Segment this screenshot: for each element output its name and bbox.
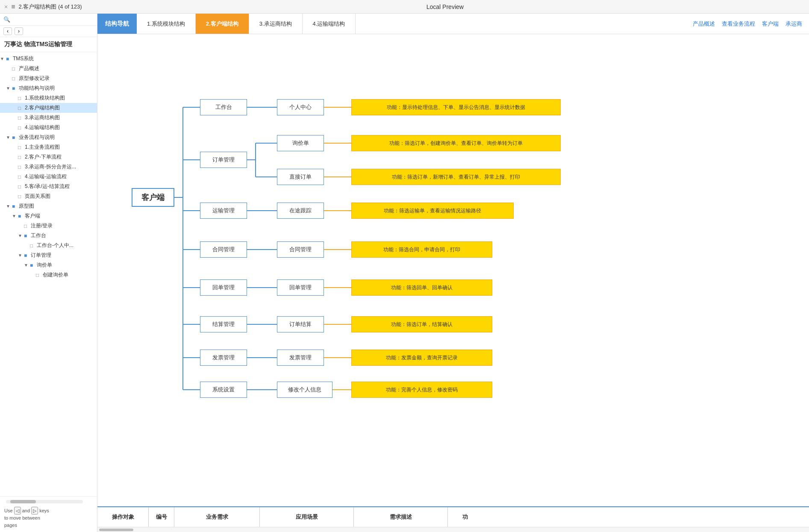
sidebar-item-struct1[interactable]: □ 1.系统模块结构图: [0, 93, 97, 103]
top-bar: × ≡ 2.客户端结构图 (4 of 123) Local Preview: [0, 0, 809, 14]
struct-nav-link-link1[interactable]: 产品概述: [693, 20, 715, 28]
bt-col-功: 功: [448, 507, 482, 527]
struct-nav: 结构导航 1.系统模块结构2.客户端结构3.承运商结构4.运输端结构 产品概述查…: [97, 14, 809, 34]
diagram-box: 修改个人信息: [277, 382, 332, 398]
content-area: 结构导航 1.系统模块结构2.客户端结构3.承运商结构4.运输端结构 产品概述查…: [97, 14, 809, 532]
sidebar-item-register[interactable]: □ 注册/登录: [0, 221, 97, 231]
diagram-box: 询价单: [277, 135, 324, 151]
key-nav-hint: Use ◁ and ▷ keys to move between pages: [4, 507, 49, 529]
struct-tab-tab1[interactable]: 1.系统模块结构: [137, 14, 196, 34]
diagram-lines: [106, 43, 578, 415]
sidebar-item-prototype[interactable]: ▼ ■ 原型图: [0, 201, 97, 211]
app-icon: ≡: [11, 3, 15, 11]
sidebar-item-client[interactable]: ▼ ■ 客户端: [0, 211, 97, 221]
struct-nav-link-link4[interactable]: 承运商: [785, 20, 802, 28]
bt-col-需求描述: 需求描述: [354, 507, 448, 527]
diagram-box: 功能：筛选订单，结算确认: [351, 316, 492, 332]
sidebar-item-workbench1[interactable]: □ 工作台-个人中...: [0, 241, 97, 250]
sidebar-item-prototype-log[interactable]: □ 原型修改记录: [0, 73, 97, 83]
sidebar-item-ordermgr[interactable]: ▼ ■ 订单管理: [0, 250, 97, 260]
diagram-box: 发票管理: [277, 350, 324, 366]
diagram-box: 功能：筛选订单，创建询价单、查看订单、询价单转为订单: [351, 135, 561, 151]
diagram-box: 发票管理: [200, 350, 247, 366]
diagram-box: 合同管理: [200, 241, 247, 258]
search-icon: 🔍: [3, 16, 10, 23]
diagram-box: 回单管理: [200, 279, 247, 296]
sidebar-item-flow6[interactable]: □ 页面关系图: [0, 191, 97, 201]
diagram-box: 结算管理: [200, 316, 247, 332]
prev-key-badge: ◁: [14, 507, 21, 515]
nav-next-button[interactable]: ›: [15, 27, 23, 35]
sidebar-item-flow5[interactable]: □ 5.客/承/运-结算流程: [0, 182, 97, 191]
diagram-container: 客户端工作台订单管理运输管理合同管理回单管理结算管理发票管理系统设置个人中心询价…: [106, 43, 578, 415]
window-title: Local Preview: [85, 3, 805, 10]
next-key-badge: ▷: [31, 507, 38, 515]
sidebar-item-flow1[interactable]: □ 1.主业务流程图: [0, 142, 97, 152]
page-title: 2.客户端结构图 (4 of 123): [19, 3, 82, 11]
sidebar-item-struct3[interactable]: □ 3.承运商结构图: [0, 113, 97, 123]
diagram-box: 在途跟踪: [277, 203, 324, 219]
sidebar-item-flow4[interactable]: □ 4.运输端-运输流程: [0, 172, 97, 182]
diagram-box: 直接订单: [277, 169, 324, 185]
struct-nav-link-link3[interactable]: 客户端: [762, 20, 779, 28]
bt-col-应用场景: 应用场景: [260, 507, 354, 527]
h-scroll-bar[interactable]: [97, 527, 809, 532]
sidebar-item-flow3[interactable]: □ 3.承运商-拆分合并运...: [0, 162, 97, 172]
diagram-box: 工作台: [200, 99, 247, 115]
diagram-box: 功能：发票金额，查询开票记录: [351, 350, 492, 366]
search-input[interactable]: [12, 17, 94, 23]
sidebar-app-title: 万事达 物流TMS运输管理: [0, 37, 97, 52]
sidebar-item-tms[interactable]: ▼ ■ TMS系统: [0, 54, 97, 64]
close-icon[interactable]: ×: [4, 3, 8, 10]
sidebar-item-struct2[interactable]: □ 2.客户端结构图: [0, 103, 97, 113]
diagram-box: 合同管理: [277, 241, 324, 258]
struct-nav-tabs: 1.系统模块结构2.客户端结构3.承运商结构4.运输端结构: [137, 14, 356, 34]
bottom-table-header: 操作对象编号业务需求应用场景需求描述功: [97, 506, 809, 527]
sidebar-item-product[interactable]: □ 产品概述: [0, 64, 97, 73]
struct-tab-tab4[interactable]: 4.运输端结构: [303, 14, 356, 34]
sidebar-item-workbench[interactable]: ▼ ■ 工作台: [0, 231, 97, 241]
nav-prev-button[interactable]: ‹: [3, 27, 12, 35]
bt-col-业务需求: 业务需求: [174, 507, 260, 527]
diagram-box: 订单结算: [277, 316, 324, 332]
sidebar-item-struct4[interactable]: □ 4.运输端结构图: [0, 123, 97, 132]
diagram-box: 系统设置: [200, 382, 247, 398]
diagram-box: 功能：筛选运输单，查看运输情况运输路径: [351, 203, 514, 219]
diagram-box: 个人中心: [277, 99, 324, 115]
diagram-box: 功能：显示待处理信息、下单、显示公告消息、显示统计数据: [351, 99, 561, 115]
diagram-box: 回单管理: [277, 279, 324, 296]
diagram-box: 功能：筛选订单，新增订单、查看订单、异常上报、打印: [351, 169, 561, 185]
struct-nav-link-link2[interactable]: 查看业务流程: [722, 20, 755, 28]
sidebar-item-inquiry[interactable]: ▼ ■ 询价单: [0, 260, 97, 270]
diagram-box: 运输管理: [200, 203, 247, 219]
h-scroll-thumb: [99, 529, 133, 531]
main-layout: 🔍 ‹ › 万事达 物流TMS运输管理 ▼ ■ TMS系统 □ 产品概述 □ 原…: [0, 14, 809, 532]
sidebar-item-flow[interactable]: ▼ ■ 业务流程与说明: [0, 132, 97, 142]
diagram-box: 订单管理: [200, 152, 247, 168]
diagram-box: 功能：筛选回单、回单确认: [351, 279, 492, 296]
bt-col-操作对象: 操作对象: [97, 507, 149, 527]
sidebar-search-bar[interactable]: 🔍: [0, 14, 97, 26]
sidebar-item-flow2[interactable]: □ 2.客户-下单流程: [0, 152, 97, 162]
bt-col-编号: 编号: [149, 507, 174, 527]
diagram-box: 功能：筛选合同，申请合同，打印: [351, 241, 492, 258]
sidebar-tree: ▼ ■ TMS系统 □ 产品概述 □ 原型修改记录 ▼ ■ 功能结构与说明 □ …: [0, 52, 97, 496]
struct-tab-tab2[interactable]: 2.客户端结构: [196, 14, 249, 34]
struct-nav-label: 结构导航: [97, 14, 137, 34]
sidebar-bottom: Use ◁ and ▷ keys to move between pages: [0, 496, 97, 532]
sidebar-item-createinquiry[interactable]: □ 创建询价单: [0, 270, 97, 280]
sidebar: 🔍 ‹ › 万事达 物流TMS运输管理 ▼ ■ TMS系统 □ 产品概述 □ 原…: [0, 14, 97, 532]
diagram-box: 客户端: [132, 188, 174, 207]
struct-nav-links: 产品概述查看业务流程客户端承运商: [686, 20, 809, 28]
sidebar-item-struct[interactable]: ▼ ■ 功能结构与说明: [0, 83, 97, 93]
struct-tab-tab3[interactable]: 3.承运商结构: [249, 14, 303, 34]
diagram-area[interactable]: 客户端工作台订单管理运输管理合同管理回单管理结算管理发票管理系统设置个人中心询价…: [97, 34, 809, 506]
diagram-box: 功能：完善个人信息，修改密码: [351, 382, 492, 398]
